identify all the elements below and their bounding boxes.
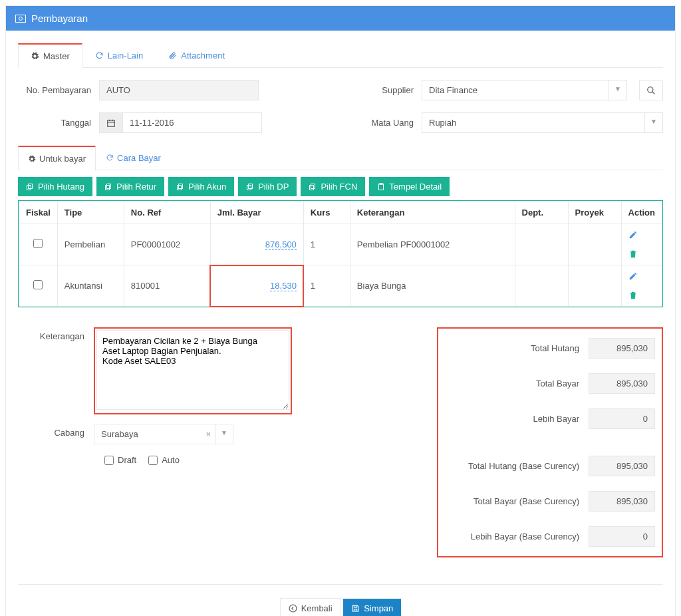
svg-line-3 [652,91,655,94]
supplier-search-button[interactable] [639,80,663,100]
copy-icon [246,183,254,191]
pilih-hutang-button[interactable]: Pilih Hutang [18,177,92,196]
tab-attachment[interactable]: Attachment [156,43,237,67]
subtab-untuk-bayar[interactable]: Untuk bayar [18,146,96,170]
kembali-button[interactable]: Kembali [280,598,341,616]
svg-rect-16 [311,184,315,188]
row-noref: PF00001002 [124,224,210,265]
chevron-down-icon: ▼ [609,80,626,100]
pilih-fcn-button[interactable]: Pilih FCN [301,177,365,196]
total-hutang-value: 895,030 [589,338,655,359]
row-jml[interactable]: 876,500 [265,239,297,250]
total-bayar-base-label: Total Bayar (Base Curency) [445,496,589,506]
col-proyek: Proyek [568,202,621,224]
totals-highlight: Total Hutang895,030 Total Bayar895,030 L… [437,327,663,557]
auto-checkbox[interactable]: Auto [148,455,180,465]
col-kurs: Kurs [303,202,350,224]
row-fiskal-checkbox[interactable] [33,280,43,289]
tab-lain-lain[interactable]: Lain-Lain [82,43,156,67]
row-ket: Biaya Bunga [350,265,515,307]
paperclip-icon [168,51,177,60]
svg-rect-8 [29,184,33,188]
payment-panel: Pembayaran Master Lain-Lain Attachment [5,5,676,616]
col-jml: Jml. Bayar [210,202,303,224]
row-fiskal-checkbox[interactable] [33,239,43,248]
trash-icon[interactable] [628,249,655,259]
row-tipe: Akuntansi [57,265,124,307]
total-bayar-base-value: 895,030 [589,491,655,512]
copy-icon [26,183,34,191]
chevron-down-icon: ▼ [215,424,233,444]
pilih-dp-button[interactable]: Pilih DP [238,177,297,196]
mata-uang-label: Mata Uang [354,118,414,128]
lebih-bayar-base-value: 0 [589,526,655,547]
tempel-detail-button[interactable]: Tempel Detail [369,177,450,196]
lebih-bayar-base-label: Lebih Bayar (Base Curency) [445,532,589,541]
main-tabs: Master Lain-Lain Attachment [18,43,663,68]
total-bayar-value: 895,030 [589,373,655,394]
svg-rect-11 [106,185,110,190]
svg-rect-14 [249,184,253,188]
row-dept [515,265,568,307]
paste-icon [377,183,385,191]
draft-checkbox[interactable]: Draft [104,455,136,465]
back-icon [289,604,297,613]
refresh-icon [95,51,104,60]
money-icon [15,15,26,23]
col-action: Action [621,202,662,224]
edit-icon[interactable] [628,271,655,281]
row-ket: Pembelian PF00001002 [350,224,515,265]
tanggal-input[interactable] [122,112,262,133]
table-row: PembelianPF00001002876,5001Pembelian PF0… [19,224,662,265]
svg-rect-12 [179,184,183,188]
row-jml[interactable]: 18,530 [270,281,297,291]
svg-rect-4 [108,120,115,126]
row-proyek [568,224,621,265]
svg-rect-10 [107,184,111,188]
save-icon [351,604,360,613]
col-tipe: Tipe [57,202,124,224]
edit-icon[interactable] [628,230,655,239]
pilih-akun-button[interactable]: Pilih Akun [168,177,234,196]
panel-header: Pembayaran [6,6,675,31]
row-kurs: 1 [303,265,350,307]
col-noref: No. Ref [124,202,210,224]
detail-table: Fiskal Tipe No. Ref Jml. Bayar Kurs Kete… [18,200,663,307]
svg-rect-9 [27,185,31,190]
row-kurs: 1 [303,224,350,265]
detail-toolbar: Pilih Hutang Pilih Retur Pilih Akun Pili… [18,177,663,196]
no-pembayaran-label: No. Pembayaran [18,85,91,95]
col-dept: Dept. [515,202,568,224]
supplier-label: Supplier [354,85,414,95]
col-ket: Keterangan [350,202,515,224]
clear-icon[interactable]: × [202,424,215,444]
copy-icon [104,183,112,191]
cabang-select[interactable]: Surabaya × ▼ [94,424,233,444]
col-fiskal: Fiskal [19,202,58,224]
chevron-down-icon: ▼ [644,113,662,132]
pilih-retur-button[interactable]: Pilih Retur [96,177,164,196]
supplier-select[interactable]: Dita Finance ▼ [422,80,627,100]
panel-title: Pembayaran [31,13,88,24]
keterangan-label: Keterangan [18,327,84,341]
calendar-icon[interactable] [99,112,122,133]
trash-icon[interactable] [628,291,655,300]
sub-tabs: Untuk bayar Cara Bayar [18,145,663,170]
total-bayar-label: Total Bayar [445,379,589,388]
row-proyek [568,265,621,307]
keterangan-textarea[interactable] [96,330,289,410]
lebih-bayar-label: Lebih Bayar [445,414,589,424]
cabang-label: Cabang [18,424,84,438]
svg-point-2 [648,86,653,92]
mata-uang-select[interactable]: Rupiah ▼ [422,112,663,133]
svg-point-20 [289,605,297,612]
subtab-cara-bayar[interactable]: Cara Bayar [96,145,171,170]
refresh-icon [106,154,114,162]
row-noref: 810001 [124,265,210,307]
gear-icon [28,155,36,163]
tab-master[interactable]: Master [18,43,82,68]
keterangan-highlight [94,327,292,414]
simpan-button[interactable]: Simpan [343,599,401,616]
lebih-bayar-value: 0 [589,408,655,429]
search-icon [646,86,656,95]
